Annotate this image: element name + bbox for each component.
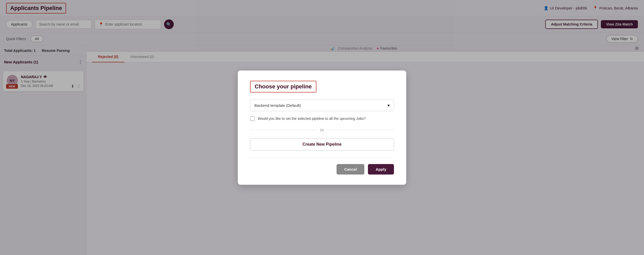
cancel-button[interactable]: Cancel bbox=[337, 164, 364, 175]
modal-divider bbox=[250, 158, 394, 158]
pipeline-select[interactable]: Backend template (Default) ▾ bbox=[250, 100, 394, 111]
checkbox-label: Would you like to set the selected pipel… bbox=[258, 117, 366, 121]
modal-overlay: Choose your pipeline Backend template (D… bbox=[0, 0, 644, 255]
or-divider: Or bbox=[250, 128, 394, 132]
apply-button[interactable]: Apply bbox=[368, 164, 394, 175]
pipeline-modal: Choose your pipeline Backend template (D… bbox=[238, 71, 406, 185]
chevron-down-icon: ▾ bbox=[388, 103, 390, 108]
set-pipeline-checkbox[interactable] bbox=[250, 116, 255, 121]
modal-title: Choose your pipeline bbox=[250, 81, 316, 92]
checkbox-row: Would you like to set the selected pipel… bbox=[250, 116, 394, 121]
pipeline-option-text: Backend template (Default) bbox=[254, 103, 301, 108]
create-pipeline-button[interactable]: Create New Pipeline bbox=[250, 138, 394, 150]
modal-actions: Cancel Apply bbox=[250, 164, 394, 175]
